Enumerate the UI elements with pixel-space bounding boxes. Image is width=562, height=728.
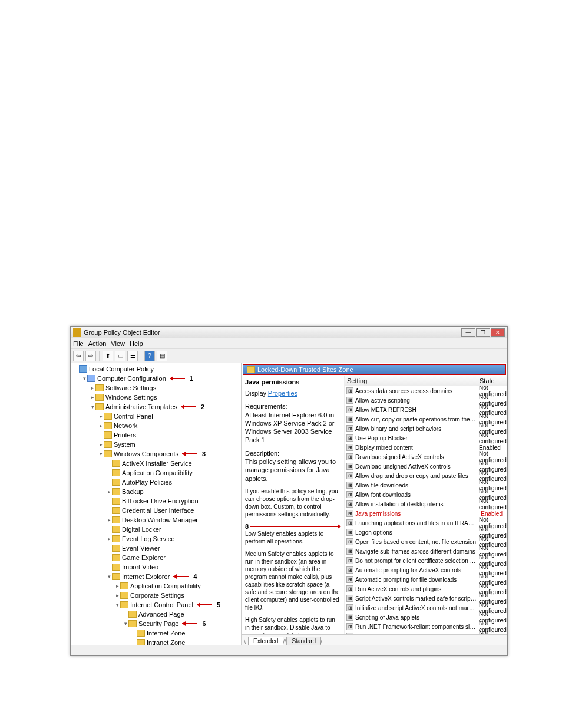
expander-icon[interactable]	[73, 366, 79, 372]
tree-item[interactable]: AutoPlay Policies	[71, 477, 241, 487]
tree-item[interactable]: Import Video	[71, 562, 241, 572]
expander-icon[interactable]: ▾	[98, 451, 104, 457]
tree-item[interactable]: BitLocker Drive Encryption	[71, 496, 241, 506]
tree-item[interactable]: ▾Windows Components3	[71, 449, 241, 459]
expander-icon[interactable]	[131, 630, 137, 636]
folder-icon	[128, 611, 137, 618]
setting-name: Display mixed content	[355, 444, 477, 451]
expander-icon[interactable]: ▸	[114, 583, 120, 589]
expander-icon[interactable]: ▸	[98, 442, 104, 447]
expander-icon[interactable]: ▸	[114, 592, 120, 598]
setting-row[interactable]: ⊞Allow installation of desktop itemsNot …	[345, 499, 507, 509]
col-state[interactable]: State	[477, 376, 507, 386]
svg-marker-7	[173, 574, 177, 579]
expander-icon[interactable]	[106, 470, 112, 476]
tree-item[interactable]: Internet Zone	[71, 628, 241, 638]
titlebar[interactable]: Group Policy Object Editor — ❐ ✕	[71, 327, 507, 338]
tree-item[interactable]: ▾Internet Control Panel5	[71, 600, 241, 610]
minimize-button[interactable]: —	[461, 328, 475, 337]
tree-pane[interactable]: Local Computer Policy▾Computer Configura…	[71, 363, 242, 645]
tree-label: Advanced Page	[138, 611, 184, 618]
tree-item[interactable]: Event Viewer	[71, 543, 241, 553]
settings-list[interactable]: Setting State ⊞Access data sources acros…	[345, 376, 507, 634]
tree-item[interactable]: ▸Windows Settings	[71, 393, 241, 402]
expander-icon[interactable]: ▾	[106, 574, 112, 579]
tree-item[interactable]: ActiveX Installer Service	[71, 459, 241, 468]
window-title: Group Policy Object Editor	[84, 329, 461, 336]
expander-icon[interactable]: ▸	[90, 385, 95, 391]
tree-item[interactable]: Intranet Zone	[71, 638, 241, 645]
tab-extended[interactable]: Extended	[248, 637, 283, 645]
tree-item[interactable]: Local Computer Policy	[71, 364, 241, 374]
expander-icon[interactable]	[98, 432, 104, 438]
expander-icon[interactable]: ▸	[106, 489, 112, 495]
folder-icon	[137, 639, 145, 645]
setting-state: Not configured	[477, 431, 507, 444]
show-hide-tree-icon[interactable]: ▭	[115, 351, 125, 361]
setting-name: Allow cut, copy or paste operations from…	[355, 416, 477, 423]
list-header[interactable]: Setting State	[345, 376, 507, 386]
expander-icon[interactable]: ▾	[123, 621, 128, 627]
setting-name: Download unsigned ActiveX controls	[355, 463, 477, 470]
tree-item[interactable]: ▾Internet Explorer4	[71, 572, 241, 581]
menu-help[interactable]: Help	[130, 340, 143, 347]
tree-item[interactable]: ▸Software Settings	[71, 383, 241, 393]
setting-icon: ⊞	[346, 519, 353, 526]
expander-icon[interactable]	[106, 564, 112, 570]
tree-item[interactable]: ▾Administrative Templates2	[71, 402, 241, 411]
expander-icon[interactable]: ▸	[98, 413, 104, 419]
tree-item[interactable]: ▸Desktop Window Manager	[71, 515, 241, 525]
col-setting[interactable]: Setting	[345, 376, 477, 386]
properties-icon[interactable]: ☰	[127, 351, 138, 361]
setting-icon: ⊞	[346, 548, 353, 555]
expander-icon[interactable]	[106, 460, 112, 466]
expander-icon[interactable]: ▸	[106, 517, 112, 523]
expander-icon[interactable]	[131, 640, 137, 645]
tree-item[interactable]: Printers	[71, 430, 241, 440]
tree-item[interactable]: ▾Security Page6	[71, 619, 241, 628]
expander-icon[interactable]: ▾	[114, 602, 120, 608]
tree-label: Credential User Interface	[122, 507, 194, 514]
tree-item[interactable]: Application Compatibility	[71, 468, 241, 477]
tree-item[interactable]: ▸Application Compatibility	[71, 581, 241, 591]
back-icon[interactable]: ⇦	[73, 351, 84, 361]
tree-item[interactable]: Advanced Page	[71, 610, 241, 619]
tree-item[interactable]: Digital Locker	[71, 525, 241, 534]
expander-icon[interactable]	[106, 526, 112, 532]
forward-icon[interactable]: ⇨	[85, 351, 96, 361]
maximize-button[interactable]: ❐	[476, 328, 490, 337]
menu-view[interactable]: View	[111, 340, 125, 347]
filter-icon[interactable]: ▤	[157, 351, 167, 361]
tree-item[interactable]: Credential User Interface	[71, 506, 241, 515]
menu-action[interactable]: Action	[88, 340, 107, 347]
tab-standard[interactable]: Standard	[286, 637, 321, 645]
expander-icon[interactable]	[123, 611, 128, 617]
svg-marker-3	[181, 404, 184, 409]
expander-icon[interactable]: ▾	[90, 404, 95, 410]
tree-item[interactable]: ▸Network	[71, 421, 241, 430]
tree-item[interactable]: ▸System	[71, 440, 241, 449]
setting-row[interactable]: ⊞Use Pop-up BlockerNot configured	[345, 433, 507, 443]
expander-icon[interactable]	[106, 498, 112, 504]
tree-item[interactable]: Game Explorer	[71, 553, 241, 562]
close-button[interactable]: ✕	[491, 328, 505, 337]
expander-icon[interactable]	[106, 479, 112, 485]
tree-item[interactable]: ▸Event Log Service	[71, 534, 241, 543]
desc-heading: Description:	[245, 450, 279, 457]
expander-icon[interactable]: ▾	[81, 375, 87, 381]
properties-link[interactable]: Properties	[268, 390, 297, 397]
expander-icon[interactable]	[106, 545, 112, 551]
tree-item[interactable]: ▸Backup	[71, 487, 241, 496]
up-icon[interactable]: ⬆	[103, 351, 113, 361]
menu-file[interactable]: File	[73, 340, 84, 347]
expander-icon[interactable]: ▸	[90, 394, 95, 400]
help-icon[interactable]: ?	[144, 351, 155, 361]
setting-icon: ⊞	[346, 500, 353, 508]
expander-icon[interactable]: ▸	[106, 536, 112, 542]
tree-item[interactable]: ▾Computer Configuration1	[71, 374, 241, 383]
expander-icon[interactable]	[106, 508, 112, 513]
expander-icon[interactable]	[106, 555, 112, 561]
expander-icon[interactable]: ▸	[98, 423, 104, 429]
tree-item[interactable]: ▸Control Panel	[71, 411, 241, 421]
tree-item[interactable]: ▸Corporate Settings	[71, 591, 241, 600]
